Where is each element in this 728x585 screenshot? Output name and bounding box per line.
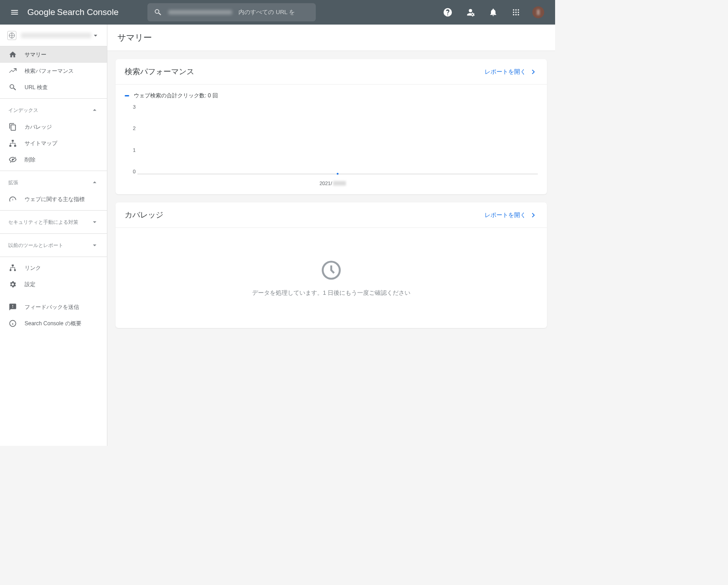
clock-icon xyxy=(320,259,343,282)
trending-icon xyxy=(8,67,17,75)
notifications-button[interactable] xyxy=(487,6,500,19)
person-gear-icon xyxy=(465,7,475,17)
x-tick-blur xyxy=(333,181,346,186)
sidebar-item-label: 設定 xyxy=(25,281,35,288)
svg-point-6 xyxy=(513,14,514,15)
svg-rect-11 xyxy=(10,145,12,147)
help-button[interactable] xyxy=(441,6,454,19)
sidebar-item-sitemaps[interactable]: サイトマップ xyxy=(0,135,107,151)
sidebar-item-label: 検索パフォーマンス xyxy=(25,67,74,75)
sidebar-item-label: URL 検査 xyxy=(25,84,48,91)
link-label: レポートを開く xyxy=(485,68,526,76)
apps-grid-icon xyxy=(512,8,520,16)
svg-point-0 xyxy=(513,9,514,10)
chevron-right-icon xyxy=(529,211,538,220)
link-label: レポートを開く xyxy=(485,211,526,219)
y-axis: 3 2 1 0 xyxy=(127,104,136,174)
sidebar-section-legacy[interactable]: 以前のツールとレポート xyxy=(0,237,107,254)
chevron-up-icon xyxy=(91,178,99,187)
legend-color-dash xyxy=(125,95,129,96)
sidebar-item-label: カバレッジ xyxy=(25,123,52,131)
home-icon xyxy=(8,50,17,59)
svg-point-7 xyxy=(516,14,517,15)
sidebar-item-cwv[interactable]: ウェブに関する主な指標 xyxy=(0,191,107,207)
globe-icon xyxy=(7,31,16,40)
sidebar-item-coverage[interactable]: カバレッジ xyxy=(0,119,107,135)
sidebar-item-feedback[interactable]: フィードバックを送信 xyxy=(0,299,107,315)
legend-label: ウェブ検索の合計クリック数: 0 回 xyxy=(134,92,218,100)
pages-icon xyxy=(8,123,17,131)
users-button[interactable] xyxy=(464,6,477,19)
chevron-down-icon xyxy=(91,241,99,249)
svg-rect-10 xyxy=(12,140,14,142)
gear-icon xyxy=(8,280,17,288)
page-title: サマリー xyxy=(107,25,555,51)
open-report-link[interactable]: レポートを開く xyxy=(485,67,538,76)
logo-google: Google xyxy=(27,7,55,17)
chevron-down-icon xyxy=(91,218,99,226)
svg-rect-13 xyxy=(12,265,14,267)
sidebar-item-label: フィードバックを送信 xyxy=(25,303,79,311)
sidebar-item-label: サイトマップ xyxy=(25,140,57,147)
card-title: カバレッジ xyxy=(125,210,163,220)
y-tick: 3 xyxy=(133,104,136,110)
sidebar-item-links[interactable]: リンク xyxy=(0,260,107,276)
apps-button[interactable] xyxy=(510,6,522,19)
search-icon xyxy=(154,8,162,16)
sidebar-section-index[interactable]: インデックス xyxy=(0,101,107,119)
divider xyxy=(0,257,107,257)
svg-point-2 xyxy=(518,9,519,10)
svg-point-8 xyxy=(518,14,519,15)
speedometer-icon xyxy=(8,195,17,203)
account-avatar[interactable] xyxy=(532,6,544,18)
hamburger-menu-button[interactable] xyxy=(6,4,23,20)
menu-icon xyxy=(10,8,19,17)
help-icon xyxy=(443,7,453,17)
plot-area xyxy=(137,104,538,174)
sidebar-item-label: リンク xyxy=(25,264,41,272)
sidebar-item-about[interactable]: Search Console の概要 xyxy=(0,315,107,332)
sitemap-icon xyxy=(8,139,17,147)
sidebar-item-label: ウェブに関する主な指標 xyxy=(25,196,85,203)
sidebar-item-performance[interactable]: 検索パフォーマンス xyxy=(0,63,107,79)
url-search-input[interactable]: 内のすべての URL を xyxy=(147,3,316,21)
performance-card: 検索パフォーマンス レポートを開く ウェブ検索の合計クリック数: 0 回 3 xyxy=(116,59,547,194)
svg-rect-14 xyxy=(10,269,11,271)
sidebar-item-label: サマリー xyxy=(25,51,46,59)
open-report-link[interactable]: レポートを開く xyxy=(485,211,538,220)
info-icon xyxy=(8,319,17,328)
search-property-blur xyxy=(168,10,232,15)
sidebar-item-removals[interactable]: 削除 xyxy=(0,151,107,168)
divider xyxy=(0,233,107,234)
svg-point-1 xyxy=(516,9,517,10)
y-tick: 2 xyxy=(133,126,136,131)
visibility-off-icon xyxy=(8,156,17,164)
property-selector[interactable] xyxy=(0,25,107,46)
svg-rect-15 xyxy=(14,269,16,271)
app-logo: Google Search Console xyxy=(27,7,118,17)
section-label: 以前のツールとレポート xyxy=(8,242,63,249)
sidebar-item-url-inspect[interactable]: URL 検査 xyxy=(0,79,107,96)
x-tick-year: 2021/ xyxy=(319,181,332,186)
logo-app-name: Search Console xyxy=(57,7,118,17)
coverage-message: データを処理しています。1 日後にもう一度ご確認ください xyxy=(252,289,411,297)
y-tick: 1 xyxy=(133,147,136,153)
property-name-blur xyxy=(21,33,91,38)
divider xyxy=(0,210,107,211)
sidebar-section-security[interactable]: セキュリティと手動による対策 xyxy=(0,213,107,231)
divider xyxy=(0,98,107,99)
sidebar-item-settings[interactable]: 設定 xyxy=(0,276,107,292)
sidebar-item-summary[interactable]: サマリー xyxy=(0,46,107,63)
y-tick: 0 xyxy=(133,169,136,174)
svg-rect-12 xyxy=(14,145,16,147)
sidebar-section-enhance[interactable]: 拡張 xyxy=(0,174,107,191)
chevron-up-icon xyxy=(91,106,99,114)
svg-point-4 xyxy=(516,12,517,13)
section-label: 拡張 xyxy=(8,179,18,186)
coverage-card: カバレッジ レポートを開く データを処理しています。1 日後にもう一度ご確認くだ… xyxy=(116,202,547,328)
search-icon xyxy=(8,83,17,91)
link-icon xyxy=(8,264,17,272)
search-hint: 内のすべての URL を xyxy=(238,8,295,16)
feedback-icon xyxy=(8,303,17,311)
sidebar-item-label: Search Console の概要 xyxy=(25,320,81,328)
